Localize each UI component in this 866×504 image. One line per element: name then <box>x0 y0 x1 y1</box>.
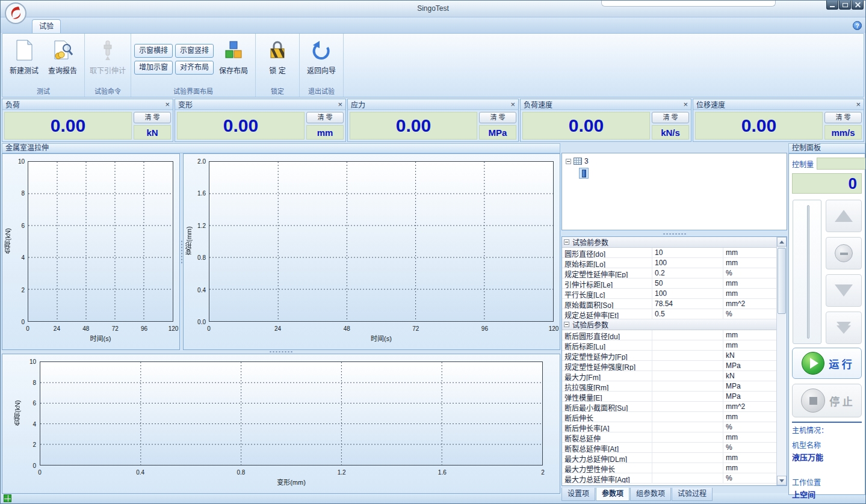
clear-zero-button[interactable]: 清 零 <box>652 112 689 123</box>
save-layout-button[interactable]: 保存布局 <box>215 36 252 87</box>
close-icon[interactable]: × <box>856 100 861 109</box>
jog-fast-down-button[interactable] <box>826 312 862 344</box>
y-axis-label: 负荷(kN) <box>13 360 22 466</box>
clear-zero-button[interactable]: 清 零 <box>306 112 344 123</box>
param-row[interactable]: 引伸计标距[Le]50mm <box>562 278 776 289</box>
new-test-button[interactable]: 新建测试 <box>5 36 43 87</box>
param-row[interactable]: 原始标距[Lo]100mm <box>562 258 776 268</box>
param-value[interactable]: 100 <box>652 289 723 298</box>
param-value[interactable]: 0.2 <box>652 268 723 278</box>
param-value[interactable] <box>652 381 723 391</box>
param-row[interactable]: 断裂总延伸mm <box>562 432 776 443</box>
param-value[interactable] <box>652 402 723 411</box>
play-icon <box>802 352 824 375</box>
close-icon[interactable]: × <box>510 100 515 109</box>
scroll-up-button[interactable] <box>777 237 787 247</box>
param-row[interactable]: 平行长度[Lc]100mm <box>562 289 776 299</box>
param-row[interactable]: 最大力[Fm]kN <box>562 371 776 381</box>
param-value[interactable]: 10 <box>652 248 723 257</box>
maximize-button[interactable] <box>839 1 851 10</box>
param-value[interactable] <box>652 330 723 340</box>
param-row[interactable]: 原始截面积[So]78.54mm^2 <box>562 299 776 309</box>
close-icon[interactable]: × <box>338 100 342 109</box>
param-row[interactable]: 规定塑性延伸率[Ep]0.2% <box>562 268 776 278</box>
param-row[interactable]: 抗拉强度[Rm]MPa <box>562 381 776 392</box>
tab-test[interactable]: 试验 <box>32 19 61 33</box>
panel-splitter[interactable] <box>561 232 787 236</box>
tab-0[interactable]: 设置项 <box>561 488 595 501</box>
help-icon[interactable]: ? <box>853 21 862 30</box>
param-value[interactable] <box>652 453 723 463</box>
param-row[interactable]: 断裂总延伸率[At]% <box>562 443 776 453</box>
control-quantity-input[interactable] <box>817 158 866 170</box>
param-value[interactable] <box>652 361 723 370</box>
align-layout-button[interactable]: 对齐布局 <box>175 61 214 75</box>
scroll-down-button[interactable] <box>777 476 787 485</box>
jog-down-button[interactable] <box>826 274 862 307</box>
layout-grid-icon[interactable] <box>4 494 11 502</box>
app-logo-icon[interactable] <box>4 2 27 25</box>
param-row[interactable]: 断后伸长率[A]% <box>562 422 776 432</box>
param-value[interactable] <box>652 371 723 381</box>
param-row[interactable]: 规定总延伸率[Et]0.5% <box>562 309 776 319</box>
param-row[interactable]: 规定塑性延伸强度[Rp]MPa <box>562 361 776 371</box>
param-value[interactable]: 78.54 <box>652 299 723 309</box>
param-value[interactable]: 50 <box>652 278 723 288</box>
windows-vertical-button[interactable]: 示窗竖排 <box>175 44 214 58</box>
param-value[interactable]: 0.5 <box>652 309 723 319</box>
remove-extensometer-button[interactable]: 取下引伸计 <box>88 36 128 87</box>
jog-up-button[interactable] <box>826 200 862 232</box>
param-row[interactable]: 弹性模量[E]MPa <box>562 392 776 402</box>
params-scrollbar[interactable] <box>776 237 787 485</box>
param-value[interactable] <box>652 443 723 452</box>
windows-horizontal-button[interactable]: 示窗横排 <box>134 44 173 58</box>
param-value[interactable] <box>652 351 723 360</box>
query-report-button[interactable]: 查询报告 <box>44 36 81 87</box>
param-row[interactable]: 最大力总延伸[DLm]mm <box>562 453 776 463</box>
tree-specimen-item[interactable] <box>579 168 589 179</box>
speed-slider[interactable] <box>793 200 821 344</box>
clear-zero-button[interactable]: 清 零 <box>824 112 862 123</box>
param-value[interactable] <box>652 473 723 483</box>
tree-root-item[interactable]: 3 <box>566 156 783 166</box>
minimize-button[interactable] <box>826 1 838 10</box>
param-row[interactable]: 最大力总延伸率[Agt]% <box>562 473 776 484</box>
tab-3[interactable]: 试验过程 <box>672 488 713 501</box>
param-value[interactable] <box>652 422 723 432</box>
param-row[interactable]: 断后伸长mm <box>562 412 776 422</box>
param-value[interactable] <box>652 340 723 350</box>
param-row[interactable]: 断后最小截面积[Su]mm^2 <box>562 402 776 412</box>
titlebar-search-box[interactable] <box>601 1 776 7</box>
param-name: 原始截面积[So] <box>562 299 652 309</box>
clear-zero-button[interactable]: 清 零 <box>134 112 171 123</box>
param-value[interactable] <box>652 412 723 422</box>
scrollbar-thumb[interactable] <box>778 248 786 314</box>
collapse-icon[interactable] <box>564 322 569 327</box>
jog-pause-button[interactable] <box>826 237 862 269</box>
param-value[interactable]: 100 <box>652 258 723 268</box>
close-icon[interactable]: × <box>165 100 170 109</box>
param-group-header[interactable]: 试验前参数 <box>562 237 776 248</box>
param-row[interactable]: 最大力塑性伸长mm <box>562 463 776 473</box>
clear-zero-button[interactable]: 清 零 <box>479 112 516 123</box>
stop-button[interactable]: 停 止 <box>792 384 862 417</box>
param-value[interactable] <box>652 392 723 401</box>
param-value[interactable] <box>652 463 723 473</box>
param-value[interactable] <box>652 432 723 442</box>
run-button[interactable]: 运 行 <box>792 348 862 379</box>
close-button[interactable] <box>852 1 864 10</box>
param-group-header[interactable]: 试验后参数 <box>562 319 776 330</box>
gauge-title: 应力 <box>351 99 510 109</box>
param-row[interactable]: 断后标距[Lu]mm <box>562 340 776 351</box>
return-wizard-button[interactable]: 返回向导 <box>303 36 340 87</box>
collapse-icon[interactable] <box>566 159 571 164</box>
close-icon[interactable]: × <box>683 100 688 109</box>
lock-button[interactable]: 锁 定 <box>259 36 296 87</box>
add-window-button[interactable]: 增加示窗 <box>134 61 173 75</box>
tab-2[interactable]: 组参数项 <box>630 488 671 501</box>
collapse-icon[interactable] <box>564 239 569 245</box>
param-row[interactable]: 圆形直径[do]10mm <box>562 248 776 258</box>
param-row[interactable]: 规定塑性延伸力[Fp]kN <box>562 351 776 361</box>
tab-1[interactable]: 参数项 <box>596 488 629 501</box>
param-row[interactable]: 断后圆形直径[du]mm <box>562 330 776 340</box>
